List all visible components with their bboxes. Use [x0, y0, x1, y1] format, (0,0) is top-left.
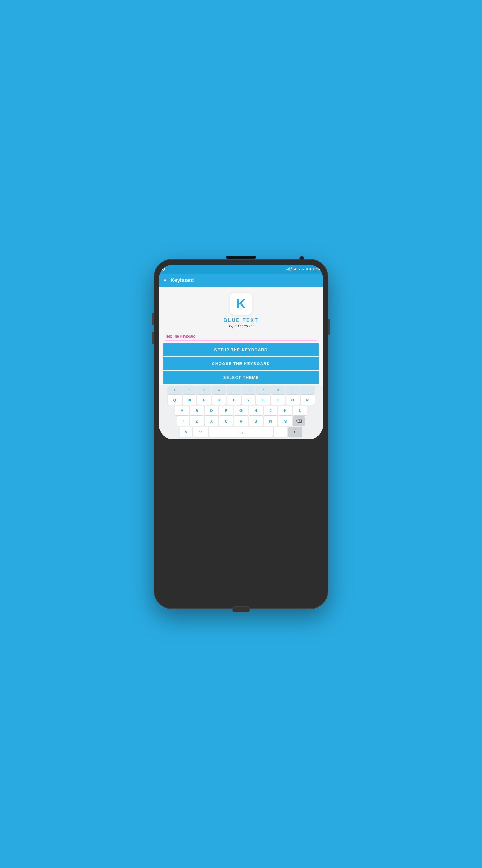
- key-enter[interactable]: ↵: [288, 427, 302, 437]
- toolbar-title: Keyboard: [171, 277, 194, 284]
- network-speed: 0B/s 200B/s: [286, 267, 292, 272]
- key-i[interactable]: I: [271, 395, 285, 405]
- key-period[interactable]: .: [274, 427, 287, 437]
- keyboard-row-1: Q W E R T Y U I O P: [160, 395, 322, 405]
- key-1[interactable]: 1: [168, 386, 182, 394]
- key-w[interactable]: W: [183, 395, 196, 405]
- key-c[interactable]: C: [219, 416, 233, 426]
- key-7[interactable]: 7: [256, 386, 270, 394]
- toolbar: ≡ Keyboard: [159, 274, 323, 287]
- key-symbols[interactable]: !?/: [193, 427, 208, 437]
- key-p[interactable]: P: [301, 395, 315, 405]
- status-time: 8:53: [313, 267, 320, 271]
- key-8[interactable]: 8: [271, 386, 285, 394]
- battery-icon: ▮: [310, 268, 311, 271]
- key-a[interactable]: A: [175, 406, 189, 415]
- key-e[interactable]: E: [197, 395, 211, 405]
- status-left: [162, 268, 165, 271]
- phone-home-button[interactable]: [232, 607, 250, 613]
- key-v[interactable]: V: [234, 416, 248, 426]
- key-lang[interactable]: A: [180, 427, 192, 437]
- key-j[interactable]: J: [264, 406, 278, 415]
- phone-device: 0B/s 200B/s ⏰ ▲ ▲ ✕ ▮ 8:53 ≡ Keyboard K: [154, 259, 328, 609]
- key-0[interactable]: 0: [301, 386, 315, 394]
- key-k[interactable]: K: [278, 406, 292, 415]
- key-h[interactable]: H: [249, 406, 263, 415]
- key-3[interactable]: 3: [197, 386, 211, 394]
- app-icon: K: [230, 293, 252, 315]
- key-9[interactable]: 9: [286, 386, 300, 394]
- choose-keyboard-button[interactable]: CHOOSE THE KEYBOARD: [163, 357, 319, 370]
- key-4[interactable]: 4: [212, 386, 226, 394]
- wifi-icon: ▲: [298, 268, 301, 271]
- key-d[interactable]: D: [204, 406, 218, 415]
- key-g[interactable]: G: [234, 406, 248, 415]
- app-tagline: Type Different!: [228, 324, 254, 328]
- app-header: K BLUE TEXT Type Different!: [159, 287, 323, 333]
- keyboard-row-2: A S D F G H J K L: [160, 406, 322, 415]
- backspace-key[interactable]: ⌫: [293, 416, 304, 426]
- no-signal-icon: ✕: [306, 268, 308, 271]
- key-z[interactable]: Z: [190, 416, 204, 426]
- key-b[interactable]: B: [249, 416, 263, 426]
- key-o[interactable]: O: [286, 395, 300, 405]
- key-t[interactable]: T: [227, 395, 241, 405]
- signal-icon: ▲: [302, 268, 304, 271]
- status-right: 0B/s 200B/s ⏰ ▲ ▲ ✕ ▮ 8:53: [286, 267, 320, 272]
- app-icon-letter: K: [236, 297, 246, 311]
- input-section: Test The Keyboard: [159, 333, 323, 343]
- key-l[interactable]: L: [293, 406, 307, 415]
- screen: 0B/s 200B/s ⏰ ▲ ▲ ✕ ▮ 8:53 ≡ Keyboard K: [159, 265, 323, 439]
- phone-camera: [299, 256, 304, 261]
- key-n[interactable]: N: [264, 416, 278, 426]
- key-2[interactable]: 2: [183, 386, 196, 394]
- key-y[interactable]: Y: [242, 395, 255, 405]
- status-dot-icon: [162, 268, 165, 271]
- phone-vol-up: [152, 313, 154, 326]
- select-theme-button[interactable]: SELECT THEME: [163, 371, 319, 384]
- input-underline: [165, 340, 317, 340]
- main-content: K BLUE TEXT Type Different! Test The Key…: [159, 287, 323, 439]
- app-name: BLUE TEXT: [224, 318, 258, 323]
- key-6[interactable]: 6: [242, 386, 255, 394]
- phone-power-button: [328, 319, 330, 335]
- key-shift[interactable]: i: [178, 416, 189, 426]
- keyboard-row-4: A !?/ ⎵ . ↵: [160, 427, 322, 437]
- key-f[interactable]: F: [219, 406, 233, 415]
- status-bar: 0B/s 200B/s ⏰ ▲ ▲ ✕ ▮ 8:53: [159, 265, 323, 274]
- keyboard: 1 2 3 4 5 6 7 8 9 0 Q W E R T: [159, 384, 323, 439]
- action-buttons: SETUP THE KEYBOARD CHOOSE THE KEYBOARD S…: [159, 343, 323, 384]
- hamburger-menu-icon[interactable]: ≡: [163, 277, 167, 284]
- key-u[interactable]: U: [256, 395, 270, 405]
- phone-speaker: [226, 256, 256, 258]
- input-label: Test The Keyboard: [165, 334, 317, 338]
- keyboard-num-row: 1 2 3 4 5 6 7 8 9 0: [160, 386, 322, 394]
- key-5[interactable]: 5: [227, 386, 241, 394]
- key-m[interactable]: M: [278, 416, 292, 426]
- key-space[interactable]: ⎵: [210, 427, 272, 437]
- key-x[interactable]: X: [204, 416, 218, 426]
- key-q[interactable]: Q: [168, 395, 182, 405]
- keyboard-row-3: i Z X C V B N M ⌫: [160, 416, 322, 426]
- key-s[interactable]: S: [190, 406, 204, 415]
- phone-vol-down: [152, 332, 154, 344]
- key-r[interactable]: R: [212, 395, 226, 405]
- setup-keyboard-button[interactable]: SETUP THE KEYBOARD: [163, 343, 319, 356]
- alarm-icon: ⏰: [293, 268, 297, 271]
